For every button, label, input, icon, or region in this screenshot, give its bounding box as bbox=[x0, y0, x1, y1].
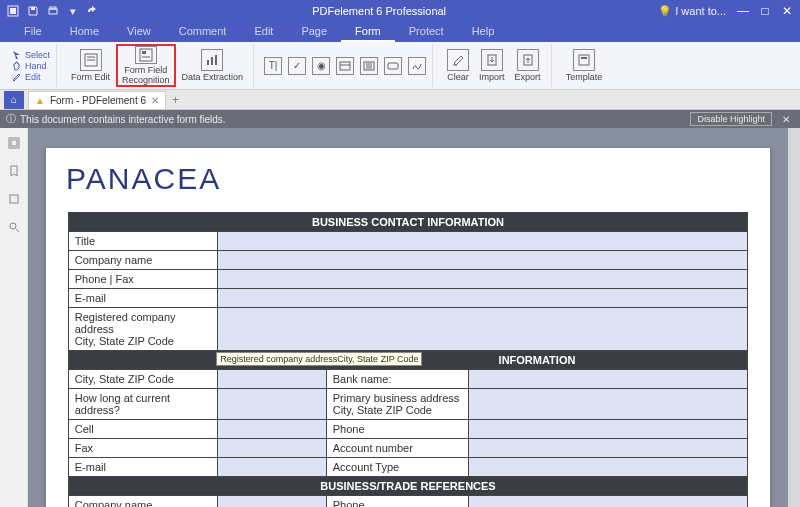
left-sidebar bbox=[0, 128, 28, 507]
section-header-1: BUSINESS CONTACT INFORMATION bbox=[68, 213, 748, 232]
label-company: Company name bbox=[68, 251, 218, 270]
undo-icon[interactable]: ▾ bbox=[66, 4, 80, 18]
export-icon bbox=[517, 49, 539, 71]
menu-help[interactable]: Help bbox=[458, 22, 509, 42]
section-header-3: BUSINESS/TRADE REFERENCES bbox=[68, 477, 748, 496]
main-area: PANACEA BUSINESS CONTACT INFORMATION Tit… bbox=[0, 128, 800, 507]
ribbon-group-form: Form Edit Form Field Recognition Data Ex… bbox=[61, 44, 254, 87]
menu-protect[interactable]: Protect bbox=[395, 22, 458, 42]
combo-field-icon[interactable] bbox=[336, 57, 354, 75]
svg-rect-1 bbox=[10, 8, 16, 14]
field-title[interactable] bbox=[218, 232, 748, 251]
field-phone[interactable] bbox=[469, 420, 748, 439]
app-logo-icon bbox=[6, 4, 20, 18]
field-howlong[interactable] bbox=[218, 389, 327, 420]
document-view[interactable]: PANACEA BUSINESS CONTACT INFORMATION Tit… bbox=[28, 128, 788, 507]
field-bank[interactable] bbox=[469, 370, 748, 389]
data-extraction-button[interactable]: Data Extraction bbox=[178, 44, 248, 87]
field-primary[interactable] bbox=[469, 389, 748, 420]
field-cityzip[interactable] bbox=[218, 370, 327, 389]
svg-rect-4 bbox=[50, 7, 56, 9]
label-phone: Phone bbox=[326, 420, 469, 439]
label-company2: Company name bbox=[68, 496, 218, 508]
label-phone2: Phone bbox=[326, 496, 469, 508]
title-bar: ▾ PDFelement 6 Professional 💡I want to..… bbox=[0, 0, 800, 22]
ribbon-group-data: Clear Import Export bbox=[437, 44, 552, 87]
menu-view[interactable]: View bbox=[113, 22, 165, 42]
menu-edit[interactable]: Edit bbox=[240, 22, 287, 42]
bookmarks-icon[interactable] bbox=[7, 164, 21, 178]
edit-tool[interactable]: Edit bbox=[12, 72, 50, 82]
ribbon-group-cursor: Select Hand Edit bbox=[6, 44, 57, 87]
add-tab-button[interactable]: + bbox=[172, 93, 179, 107]
export-button[interactable]: Export bbox=[511, 44, 545, 87]
print-icon[interactable] bbox=[46, 4, 60, 18]
save-icon[interactable] bbox=[26, 4, 40, 18]
template-icon bbox=[573, 49, 595, 71]
field-email2[interactable] bbox=[218, 458, 327, 477]
button-field-icon[interactable] bbox=[384, 57, 402, 75]
field-company2[interactable] bbox=[218, 496, 327, 508]
radio-field-icon[interactable]: ◉ bbox=[312, 57, 330, 75]
field-accttype[interactable] bbox=[469, 458, 748, 477]
field-phone2[interactable] bbox=[469, 496, 748, 508]
svg-rect-20 bbox=[388, 63, 398, 69]
checkbox-field-icon[interactable]: ✓ bbox=[288, 57, 306, 75]
i-want-to-button[interactable]: 💡I want to... bbox=[658, 5, 726, 18]
svg-rect-14 bbox=[340, 62, 350, 70]
document-tab[interactable]: ▲ Form - PDFelement 6 ✕ bbox=[28, 91, 166, 109]
minimize-button[interactable]: — bbox=[736, 4, 750, 18]
attachments-icon[interactable] bbox=[7, 192, 21, 206]
label-primary: Primary business address City, State ZIP… bbox=[326, 389, 469, 420]
clear-button[interactable]: Clear bbox=[443, 44, 473, 87]
home-tab-icon[interactable]: ⌂ bbox=[4, 91, 24, 109]
tab-close-icon[interactable]: ✕ bbox=[151, 95, 159, 106]
hand-tool[interactable]: Hand bbox=[12, 61, 50, 71]
template-button[interactable]: Template bbox=[562, 44, 607, 87]
ribbon-group-fields: T| ✓ ◉ bbox=[258, 44, 433, 87]
field-regaddr[interactable]: Registered company addressCity, State ZI… bbox=[218, 308, 748, 351]
data-extraction-icon bbox=[201, 49, 223, 71]
maximize-button[interactable]: □ bbox=[758, 4, 772, 18]
close-button[interactable]: ✕ bbox=[780, 4, 794, 18]
menu-home[interactable]: Home bbox=[56, 22, 113, 42]
label-regaddr: Registered company address City, State Z… bbox=[68, 308, 218, 351]
field-email[interactable] bbox=[218, 289, 748, 308]
form-edit-button[interactable]: Form Edit bbox=[67, 44, 114, 87]
menu-comment[interactable]: Comment bbox=[165, 22, 241, 42]
menu-file[interactable]: File bbox=[10, 22, 56, 42]
menu-page[interactable]: Page bbox=[287, 22, 341, 42]
label-cityzip: City, State ZIP Code bbox=[68, 370, 218, 389]
redo-icon[interactable] bbox=[86, 4, 100, 18]
label-fax: Fax bbox=[68, 439, 218, 458]
list-field-icon[interactable] bbox=[360, 57, 378, 75]
field-company[interactable] bbox=[218, 251, 748, 270]
svg-rect-26 bbox=[11, 140, 17, 146]
field-acctnum[interactable] bbox=[469, 439, 748, 458]
form-edit-icon bbox=[80, 49, 102, 71]
select-tool[interactable]: Select bbox=[12, 50, 50, 60]
signature-field-icon[interactable] bbox=[408, 57, 426, 75]
label-bank: Bank name: bbox=[326, 370, 469, 389]
svg-line-29 bbox=[16, 229, 19, 232]
field-fax[interactable] bbox=[218, 439, 327, 458]
field-phonefax[interactable] bbox=[218, 270, 748, 289]
disable-highlight-button[interactable]: Disable Highlight bbox=[690, 112, 772, 126]
form-field-recognition-button[interactable]: Form Field Recognition bbox=[116, 44, 176, 87]
svg-rect-27 bbox=[10, 195, 18, 203]
import-button[interactable]: Import bbox=[475, 44, 509, 87]
menu-form[interactable]: Form bbox=[341, 22, 395, 42]
vertical-scrollbar[interactable] bbox=[788, 128, 800, 507]
label-howlong: How long at current address? bbox=[68, 389, 218, 420]
pdf-page: PANACEA BUSINESS CONTACT INFORMATION Tit… bbox=[46, 148, 770, 507]
field-cell[interactable] bbox=[218, 420, 327, 439]
thumbnails-icon[interactable] bbox=[7, 136, 21, 150]
text-field-icon[interactable]: T| bbox=[264, 57, 282, 75]
svg-point-28 bbox=[10, 223, 16, 229]
svg-rect-8 bbox=[140, 49, 152, 61]
warning-icon: ▲ bbox=[35, 95, 45, 106]
ribbon: Select Hand Edit Form Edit Form Field Re… bbox=[0, 42, 800, 90]
search-icon[interactable] bbox=[7, 220, 21, 234]
infobar-close-icon[interactable]: ✕ bbox=[778, 114, 794, 125]
svg-rect-2 bbox=[31, 7, 35, 10]
